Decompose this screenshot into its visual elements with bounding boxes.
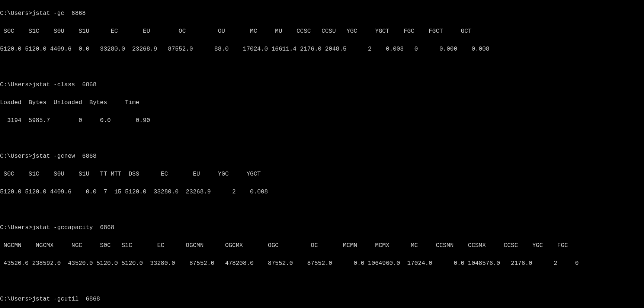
blank-line xyxy=(0,205,644,214)
command-text: jstat -gcutil 6868 xyxy=(32,296,100,302)
blank-line xyxy=(0,277,644,286)
prompt: C:\Users> xyxy=(0,153,32,160)
prompt-line: C:\Users>jstat -gcnew 6868 xyxy=(0,152,644,161)
terminal-output[interactable]: C:\Users>jstat -gc 6868 S0C S1C S0U S1U … xyxy=(0,0,644,308)
prompt: C:\Users> xyxy=(0,224,32,231)
blank-line xyxy=(0,134,644,143)
prompt-line: C:\Users>jstat -gccapacity 6868 xyxy=(0,223,644,232)
prompt: C:\Users> xyxy=(0,81,32,88)
prompt-line: C:\Users>jstat -class 6868 xyxy=(0,80,644,89)
prompt: C:\Users> xyxy=(0,296,32,302)
output-header: Loaded Bytes Unloaded Bytes Time xyxy=(0,98,644,107)
prompt-line: C:\Users>jstat -gcutil 6868 xyxy=(0,295,644,304)
output-header: S0C S1C S0U S1U EC EU OC OU MC MU CCSC C… xyxy=(0,27,644,36)
command-text: jstat -gccapacity 6868 xyxy=(32,224,114,231)
prompt-line: C:\Users>jstat -gc 6868 xyxy=(0,9,644,18)
blank-line xyxy=(0,62,644,71)
output-values: 3194 5985.7 0 0.0 0.90 xyxy=(0,116,644,125)
output-values: 5120.0 5120.0 4409.6 0.0 7 15 5120.0 332… xyxy=(0,187,644,196)
output-header: NGCMN NGCMX NGC S0C S1C EC OGCMN OGCMX O… xyxy=(0,241,644,250)
command-text: jstat -gcnew 6868 xyxy=(32,153,96,160)
command-text: jstat -class 6868 xyxy=(32,81,96,88)
output-values: 43520.0 238592.0 43520.0 5120.0 5120.0 3… xyxy=(0,259,644,268)
output-header: S0C S1C S0U S1U TT MTT DSS EC EU YGC YGC… xyxy=(0,170,644,179)
prompt: C:\Users> xyxy=(0,10,32,17)
command-text: jstat -gc 6868 xyxy=(32,10,86,17)
output-values: 5120.0 5120.0 4409.6 0.0 33280.0 23268.9… xyxy=(0,45,644,54)
